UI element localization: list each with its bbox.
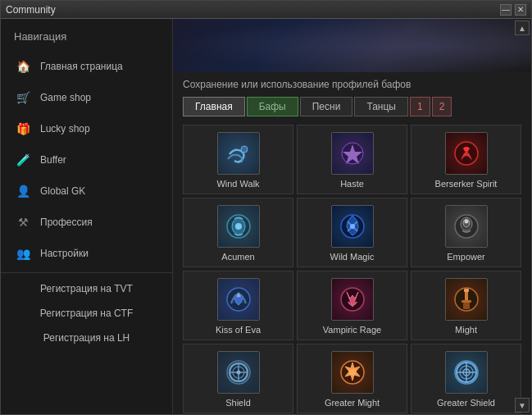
svg-point-3 xyxy=(464,147,469,152)
skill-wind-walk[interactable]: Wind Walk xyxy=(183,125,293,194)
window-title: Community xyxy=(6,4,56,16)
skill-icon-haste xyxy=(331,132,374,175)
skill-name-acumen: Acumen xyxy=(221,252,254,262)
sidebar-label-gameshop: Game shop xyxy=(40,92,91,103)
sidebar-link-ctf[interactable]: Регистрация на CTF xyxy=(1,301,172,326)
sidebar-label-buffer: Buffer xyxy=(40,154,66,166)
skill-name-might: Might xyxy=(455,325,477,335)
skill-name-kiss-of-eva: Kiss of Eva xyxy=(216,325,261,335)
banner xyxy=(173,19,531,72)
svg-point-8 xyxy=(350,224,355,229)
close-button[interactable]: ✕ xyxy=(515,4,526,16)
skill-haste[interactable]: Haste xyxy=(297,125,407,194)
skill-wild-magic[interactable]: Wild Magic xyxy=(297,198,407,267)
skill-acumen[interactable]: Acumen xyxy=(183,198,293,267)
panel-description: Сохранение или использование профилей ба… xyxy=(183,79,521,90)
skill-kiss-of-eva[interactable]: Kiss of Eva xyxy=(183,271,293,340)
tab-dances[interactable]: Танцы xyxy=(354,97,408,116)
svg-rect-19 xyxy=(464,289,469,292)
skill-icon-acumen xyxy=(217,205,260,248)
skill-icon-empower xyxy=(445,205,488,248)
skill-icon-vampiric-rage xyxy=(331,278,374,321)
right-panel: Сохранение или использование профилей ба… xyxy=(173,19,531,414)
sidebar-divider xyxy=(1,272,172,273)
skill-name-greater-shield: Greater Shield xyxy=(437,398,495,408)
gameshop-icon: 🛒 xyxy=(14,89,32,107)
tab-buffs[interactable]: Бафы xyxy=(247,97,298,116)
skill-icon-wind-walk xyxy=(217,132,260,175)
scroll-up-button[interactable]: ▲ xyxy=(515,21,530,35)
svg-rect-17 xyxy=(462,300,471,303)
main-content: Навигация 🏠 Главная страница 🛒 Game shop… xyxy=(1,19,531,414)
skill-name-greater-might: Greater Might xyxy=(325,398,380,408)
skill-name-wind-walk: Wind Walk xyxy=(216,179,259,189)
svg-point-12 xyxy=(464,220,468,224)
svg-point-0 xyxy=(241,146,248,153)
skill-might[interactable]: Might xyxy=(411,271,521,340)
skill-name-berserker-spirit: Berserker Spirit xyxy=(435,179,498,189)
skill-icon-greater-shield xyxy=(445,351,488,394)
sidebar: Навигация 🏠 Главная страница 🛒 Game shop… xyxy=(1,19,173,414)
sidebar-link-lh[interactable]: Регистрация на LH xyxy=(1,326,172,350)
sidebar-item-luckyshop[interactable]: 🎁 Lucky shop xyxy=(1,113,172,144)
tab-main[interactable]: Главная xyxy=(183,97,245,116)
skill-empower[interactable]: Empower xyxy=(411,198,521,267)
skill-vampiric-rage[interactable]: Vampiric Rage xyxy=(297,271,407,340)
sidebar-item-profession[interactable]: ⚒ Профессия xyxy=(1,207,172,238)
skill-icon-kiss-of-eva xyxy=(217,278,260,321)
skill-name-shield: Shield xyxy=(225,398,251,408)
globalgk-icon: 👤 xyxy=(14,182,32,200)
svg-rect-18 xyxy=(463,303,470,309)
sidebar-label-home: Главная страница xyxy=(40,61,123,72)
sidebar-label-globalgk: Global GK xyxy=(40,185,85,197)
tab-songs[interactable]: Песни xyxy=(300,97,353,116)
tab-num2[interactable]: 2 xyxy=(432,97,452,116)
skill-greater-shield[interactable]: Greater Shield xyxy=(411,344,521,413)
settings-icon: 👥 xyxy=(14,244,32,262)
skills-grid: Wind Walk Haste xyxy=(183,125,521,413)
skill-icon-might xyxy=(445,278,488,321)
panel-body: Сохранение или использование профилей ба… xyxy=(173,72,531,414)
scroll-down-icon: ▼ xyxy=(518,401,526,410)
tabs-row: Главная Бафы Песни Танцы 1 2 xyxy=(183,97,521,116)
svg-point-25 xyxy=(236,371,240,375)
sidebar-label-settings: Настройки xyxy=(40,248,89,259)
luckyshop-icon: 🎁 xyxy=(14,120,32,138)
tab-num1[interactable]: 1 xyxy=(410,97,430,116)
sidebar-item-home[interactable]: 🏠 Главная страница xyxy=(1,51,172,82)
skill-name-haste: Haste xyxy=(340,179,364,189)
sidebar-item-gameshop[interactable]: 🛒 Game shop xyxy=(1,82,172,113)
sidebar-label-profession: Профессия xyxy=(40,217,93,228)
sidebar-item-globalgk[interactable]: 👤 Global GK xyxy=(1,176,172,207)
sidebar-label-luckyshop: Lucky shop xyxy=(40,123,90,135)
skill-icon-greater-might xyxy=(331,351,374,394)
profession-icon: ⚒ xyxy=(14,213,32,231)
right-panel-wrapper: Сохранение или использование профилей ба… xyxy=(173,19,531,414)
scroll-down-button[interactable]: ▼ xyxy=(515,398,530,413)
skill-name-vampiric-rage: Vampiric Rage xyxy=(323,325,381,335)
titlebar: Community — ✕ xyxy=(1,1,531,19)
skill-greater-might[interactable]: Greater Might xyxy=(297,344,407,413)
scroll-up-icon: ▲ xyxy=(518,24,526,33)
sidebar-link-tvt[interactable]: Регистрация на TVT xyxy=(1,276,172,301)
minimize-button[interactable]: — xyxy=(500,4,512,16)
home-icon: 🏠 xyxy=(14,57,32,75)
skill-berserker-spirit[interactable]: Berserker Spirit xyxy=(411,125,521,194)
skill-icon-wild-magic xyxy=(331,205,374,248)
skill-shield[interactable]: Shield xyxy=(183,344,293,413)
skill-icon-berserker-spirit xyxy=(445,132,488,175)
skill-icon-shield xyxy=(217,351,260,394)
buffer-icon: 🧪 xyxy=(14,151,32,169)
svg-point-6 xyxy=(235,223,242,230)
community-window: Community — ✕ Навигация 🏠 Главная страни… xyxy=(0,0,532,415)
svg-point-27 xyxy=(349,369,356,376)
skill-name-wild-magic: Wild Magic xyxy=(330,252,375,262)
banner-figure xyxy=(173,19,531,72)
window-controls: — ✕ xyxy=(500,4,526,16)
skill-name-empower: Empower xyxy=(447,252,484,262)
sidebar-item-buffer[interactable]: 🧪 Buffer xyxy=(1,144,172,176)
sidebar-heading: Навигация xyxy=(1,27,172,51)
sidebar-item-settings[interactable]: 👥 Настройки xyxy=(1,238,172,269)
